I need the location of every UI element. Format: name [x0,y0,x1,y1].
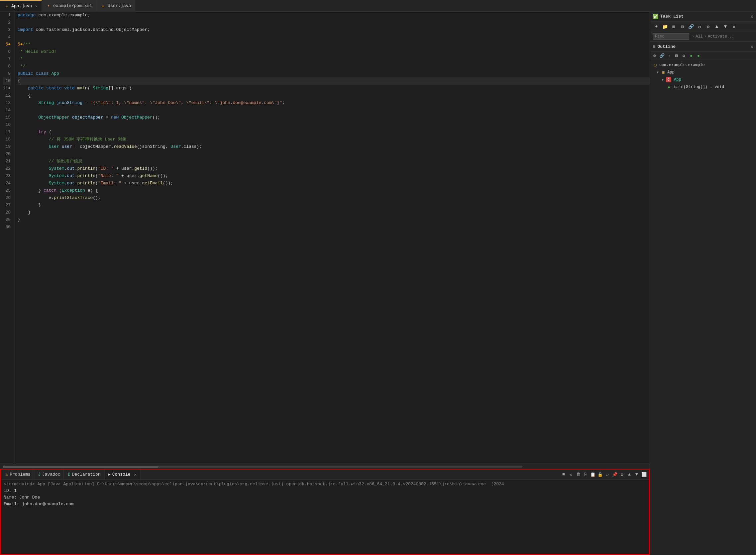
task-collapse-btn[interactable]: ⊖ [705,23,712,30]
bottom-tab-bar: ⚠ Problems J Javadoc D Declaration ▶ Con… [1,470,649,480]
outline-collapse-all-btn[interactable]: ⊖ [651,52,658,59]
tree-item-app-class[interactable]: ▼ ⊞ App [650,69,756,76]
tab-user-java[interactable]: ☕ User.java [96,0,135,11]
task-filter-arrow-2: › [704,34,707,39]
console-output-line-2: Name: John Doe [4,494,646,501]
console-down-btn[interactable]: ▼ [633,471,640,478]
line-num-21: 21 [3,158,11,165]
task-link-btn[interactable]: 🔗 [687,23,694,30]
console-terminated-line: <terminated> App [Java Application] C:\U… [4,481,646,487]
code-line-5: 5●/** [17,41,650,48]
java-file-icon-2: ☕ [101,3,106,8]
console-copy-btn[interactable]: ⎘ [582,471,589,478]
code-line-17: try { [17,129,650,136]
console-paste-btn[interactable]: 📋 [590,471,596,478]
line-num-20: 20 [3,151,11,158]
xml-file-icon: ✦ [46,3,51,8]
task-new-btn[interactable]: + [653,23,660,30]
console-pin-btn[interactable]: 📌 [611,471,618,478]
editor-scrollbar[interactable] [0,464,650,469]
method-icon: ◆ ! [667,84,673,90]
task-filter-btn[interactable]: ⊟ [679,23,686,30]
tab-app-java[interactable]: ☕ App.java ✕ [0,0,42,11]
console-output-line-1: ID: 1 [4,487,646,494]
line-num-4: 4 [3,34,11,41]
code-line-23: System.out.println("Name: " + user.getNa… [17,172,650,180]
console-output[interactable]: <terminated> App [Java Application] C:\U… [1,480,649,554]
outline-icon: ≡ [653,44,655,49]
line-num-26: 26 [3,194,11,202]
code-editor[interactable]: package com.example.example; import com.… [15,12,650,464]
tab-problems[interactable]: ⚠ Problems [2,470,34,479]
outline-settings-btn[interactable]: ⚙ [681,52,687,59]
code-line-1: package com.example.example; [17,12,650,19]
tab-javadoc[interactable]: J Javadoc [35,470,64,479]
task-refresh-btn[interactable]: ↺ [696,23,703,30]
editor-tab-bar: ☕ App.java ✕ ✦ example/pom.xml ☕ User.ja… [0,0,756,12]
line-num-10: 10 [3,77,11,85]
console-remove-btn[interactable]: ✕ [567,471,574,478]
tab-console[interactable]: ▶ Console ✕ [105,470,141,479]
outline-filter-btn[interactable]: ⊟ [673,52,680,59]
task-folder-btn[interactable]: 📁 [661,23,669,30]
outline-sort-btn[interactable]: ↕ [666,52,673,59]
console-tab-close[interactable]: ✕ [134,472,136,477]
line-num-19: 19 [3,143,11,151]
tree-item-main-method[interactable]: ◆ ! main(String[]) : void [650,83,756,91]
task-activate-label[interactable]: Activate... [708,34,734,39]
task-filter-all-label[interactable]: All [695,34,703,39]
line-num-30: 30 [3,223,11,231]
task-list-close[interactable]: ✕ [685,14,753,19]
line-num-11: 11● [3,85,11,92]
task-delete-btn[interactable]: ✕ [730,23,738,30]
console-settings-btn[interactable]: ⚙ [619,471,625,478]
horizontal-scrollbar-thumb[interactable] [3,466,159,468]
javadoc-icon: J [38,472,41,477]
tree-item-app-label: App [667,70,675,75]
line-num-8: 8 [3,63,11,70]
task-down-btn[interactable]: ▼ [722,23,729,30]
tree-item-c[interactable]: ▶ C App [650,76,756,83]
collapse-icon[interactable]: 5● [17,41,23,48]
console-scroll-lock-btn[interactable]: 🔒 [597,471,603,478]
code-container[interactable]: 1 2 3 4 5● 6 7 8 9 10 11● 12 13 14 15 16… [0,12,650,464]
line-num-5: 5● [3,41,11,48]
code-line-29: } [17,216,650,223]
task-search-input[interactable] [653,33,689,40]
code-line-9: public class App [17,70,650,77]
horizontal-scrollbar-track[interactable] [3,466,522,468]
task-up-btn[interactable]: ▲ [713,23,720,30]
task-grid-btn[interactable]: ⊞ [670,23,677,30]
tab-close-app-java[interactable]: ✕ [35,4,38,8]
line-num-24: 24 [3,180,11,187]
code-line-13: String jsonString = "{\"id\": 1, \"name\… [17,99,650,106]
code-line-19: User user = objectMapper.readValue(jsonS… [17,143,650,151]
console-up-btn[interactable]: ▲ [626,471,633,478]
tree-item-main-label: main(String[]) : void [674,85,724,89]
line-num-13: 13 [3,99,11,106]
c-icon: C [666,77,671,82]
outline-link-btn[interactable]: 🔗 [659,52,665,59]
task-list-tab-bar: ✅ Task List ✕ [650,12,756,22]
line-num-2: 2 [3,19,11,26]
code-line-24: System.out.println("Email: " + user.getE… [17,180,650,187]
code-line-26: e.printStackTrace(); [17,194,650,202]
line-num-22: 22 [3,165,11,172]
task-list-search-bar: › All › Activate... [650,32,756,42]
class-icon: ⊞ [661,70,666,75]
tab-declaration[interactable]: D Declaration [65,470,104,479]
code-line-8: */ [17,63,650,70]
line-num-14: 14 [3,106,11,114]
right-panel: ✅ Task List ✕ + 📁 ⊞ ⊟ 🔗 ↺ ⊖ ▲ ▼ ✕ › All … [650,12,756,555]
tree-item-package[interactable]: ⬡ com.example.example [650,61,756,69]
code-line-28: } [17,209,650,216]
console-maximize-btn[interactable]: ⬜ [641,471,647,478]
outline-close[interactable]: ✕ [751,44,753,49]
console-clear-btn[interactable]: 🗑 [575,471,582,478]
code-line-16 [17,121,650,129]
console-stop-btn[interactable]: ■ [560,471,567,478]
line-numbers: 1 2 3 4 5● 6 7 8 9 10 11● 12 13 14 15 16… [0,12,15,464]
tab-pom-xml[interactable]: ✦ example/pom.xml [42,0,96,11]
console-wrap-btn[interactable]: ↵ [604,471,611,478]
problems-icon: ⚠ [6,472,8,477]
